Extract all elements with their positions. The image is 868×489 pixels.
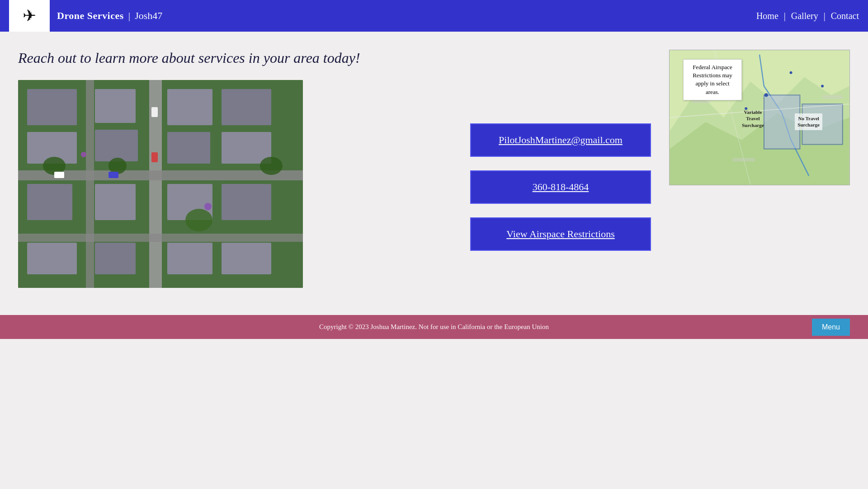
map-section: Federal Airspace Restrictions may apply …: [669, 50, 850, 288]
site-header: ✈ Drone Services | Josh47 Home | Gallery…: [0, 0, 868, 32]
svg-rect-3: [18, 234, 303, 242]
svg-rect-27: [54, 172, 64, 178]
map-label-variable: VariableTravelSurcharge: [742, 109, 764, 128]
svg-point-39: [790, 71, 793, 74]
aerial-svg: [18, 80, 303, 288]
map-container[interactable]: Federal Airspace Restrictions may apply …: [669, 50, 850, 185]
map-tooltip: Federal Airspace Restrictions may apply …: [683, 59, 742, 100]
svg-rect-43: [822, 95, 843, 99]
svg-rect-8: [27, 243, 77, 274]
nav-sep-2: |: [824, 11, 826, 21]
svg-rect-13: [167, 89, 212, 125]
nav-contact[interactable]: Contact: [831, 11, 859, 21]
svg-rect-5: [27, 89, 77, 125]
svg-rect-44: [732, 158, 755, 161]
menu-button[interactable]: Menu: [812, 319, 850, 336]
aerial-photo: [18, 80, 303, 288]
username-label: Josh47: [135, 10, 162, 22]
svg-point-30: [204, 203, 212, 210]
svg-rect-14: [167, 132, 210, 164]
svg-rect-19: [222, 184, 271, 220]
airspace-button[interactable]: View Airspace Restrictions: [470, 217, 651, 251]
svg-rect-9: [95, 89, 136, 123]
svg-point-23: [185, 209, 212, 231]
svg-rect-10: [95, 130, 138, 161]
drone-icon: ✈: [23, 6, 36, 25]
map-label-notravel: No TravelSurcharge: [795, 113, 822, 130]
svg-rect-20: [222, 243, 271, 274]
svg-rect-11: [95, 184, 136, 220]
brand-name: Drone Services: [57, 10, 124, 22]
main-nav: Home | Gallery | Contact: [756, 11, 859, 21]
svg-rect-17: [222, 89, 271, 125]
svg-rect-18: [222, 132, 271, 164]
nav-gallery[interactable]: Gallery: [791, 11, 818, 21]
svg-rect-12: [95, 243, 136, 274]
nav-home[interactable]: Home: [756, 11, 778, 21]
logo-box: ✈: [9, 0, 50, 32]
svg-rect-28: [108, 172, 118, 178]
copyright-text: Copyright © 2023 Joshua Martinez. Not fo…: [319, 323, 549, 330]
svg-point-36: [764, 93, 768, 97]
svg-point-37: [821, 85, 824, 87]
svg-rect-26: [151, 152, 158, 162]
nav-sep-1: |: [784, 11, 786, 21]
svg-rect-16: [167, 243, 212, 274]
main-content: Reach out to learn more about services i…: [0, 32, 868, 288]
site-footer: Copyright © 2023 Joshua Martinez. Not fo…: [0, 315, 868, 339]
svg-rect-25: [151, 107, 158, 117]
svg-point-24: [260, 157, 283, 175]
svg-rect-4: [86, 80, 94, 288]
brand-separator: |: [128, 10, 130, 22]
left-section: Reach out to learn more about services i…: [18, 50, 452, 288]
svg-rect-7: [27, 184, 72, 220]
email-button[interactable]: PilotJoshMartinez@gmail.com: [470, 123, 651, 157]
svg-point-29: [81, 152, 86, 157]
page-heading: Reach out to learn more about services i…: [18, 50, 452, 66]
svg-point-22: [108, 158, 127, 174]
phone-button[interactable]: 360-818-4864: [470, 170, 651, 204]
center-section: PilotJoshMartinez@gmail.com 360-818-4864…: [470, 50, 651, 288]
